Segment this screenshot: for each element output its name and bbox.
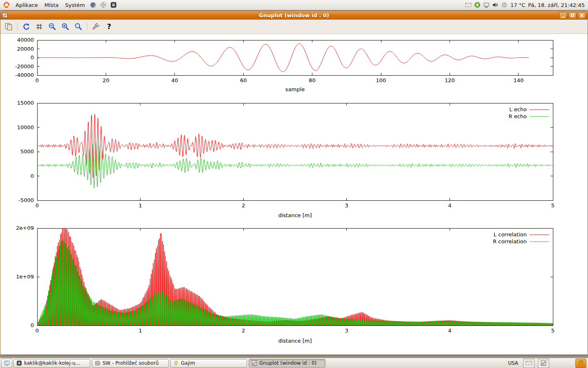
weather-icon[interactable] [501, 2, 508, 8]
svg-text:?: ? [107, 22, 111, 31]
gnuplot-toolbar: ? [0, 20, 588, 34]
minimize-button[interactable] [559, 12, 567, 19]
menu-aplikace[interactable]: Aplikace [12, 0, 41, 10]
legend-label: L echo [509, 106, 527, 112]
y-tick-label: -20000 [15, 63, 34, 70]
series-r-correlation [37, 240, 553, 325]
x-axis-label: distance [m] [278, 212, 312, 218]
gnuplot-icon [252, 360, 257, 366]
trash-applet-icon[interactable] [575, 359, 586, 368]
taskbar-button-1[interactable]: kaklik@kaklik-kolej-u... [13, 359, 90, 368]
taskbar-button-2[interactable]: SW - Prohlížeč souborů [92, 359, 169, 368]
copy-icon[interactable] [3, 21, 14, 32]
keyboard-layout-indicator[interactable]: USA [506, 359, 520, 367]
x-tick-label: 1 [138, 202, 142, 209]
taskbar-right-area: USA [506, 359, 587, 368]
close-icon [580, 13, 584, 18]
x-tick-label: 0 [36, 328, 39, 334]
taskbar-button-label: kaklik@kaklik-kolej-u... [24, 360, 80, 366]
y-tick-label: 2e+09 [16, 225, 34, 231]
menu-system[interactable]: Systém [62, 0, 88, 10]
y-tick-label: 1e+09 [16, 274, 34, 280]
window-title: Gnuplot (window id : 0) [0, 12, 588, 18]
y-tick-label: -5000 [18, 197, 34, 203]
panel-menu-area: AplikaceMístaSystém [1, 0, 119, 10]
minimize-icon [561, 17, 565, 18]
x-axis-label: sample [285, 86, 305, 92]
taskbar-button-label: Gnuplot (window id : 0) [259, 360, 316, 366]
config-icon[interactable] [90, 21, 102, 32]
window-list: kaklik@kaklik-kolej-u...SW - Prohlížeč s… [13, 359, 505, 368]
x-tick-label: 2 [242, 328, 245, 334]
plot-border [37, 103, 553, 200]
chart-2: 012345-5000050001000015000distance [m]L … [17, 100, 555, 218]
firefox-icon[interactable] [88, 0, 98, 10]
terminal-launcher-icon[interactable] [109, 0, 119, 10]
taskbar-button-3[interactable]: Gajim [170, 359, 247, 368]
y-tick-label: 0 [31, 322, 34, 328]
display-icon[interactable] [483, 2, 490, 8]
series-l-correlation [37, 228, 553, 325]
zoom-previous-icon[interactable] [47, 21, 58, 32]
legend-label: R echo [508, 113, 527, 119]
x-tick-label: 40 [172, 77, 178, 83]
desktop: AplikaceMístaSystém 17 °C Pá, 18. září, … [0, 0, 588, 368]
toolbar-separator [87, 22, 87, 31]
update-icon[interactable] [474, 2, 481, 8]
x-tick-label: 80 [309, 77, 316, 83]
y-tick-label: 40000 [17, 37, 34, 43]
x-tick-label: 5 [551, 328, 555, 334]
x-tick-label: 5 [551, 202, 555, 209]
clock[interactable]: Pá, 18. září, 21:42:45 [528, 2, 585, 8]
panel-tray-icons [465, 2, 508, 8]
menu-mista[interactable]: Místa [41, 0, 62, 10]
x-tick-label: 140 [513, 77, 523, 83]
x-tick-label: 100 [376, 77, 386, 83]
tray-mail-icon[interactable] [523, 359, 535, 368]
maximize-button[interactable] [568, 12, 577, 19]
file-manager-icon [95, 360, 100, 366]
chart-1: 020406080100120140-40000-200000200004000… [15, 37, 553, 92]
help-icon[interactable]: ? [103, 21, 115, 32]
x-tick-label: 4 [448, 202, 451, 209]
maximize-icon [571, 14, 574, 17]
legend-label: R correlation [493, 238, 527, 245]
x-tick-label: 3 [345, 202, 348, 209]
x-tick-label: 4 [448, 328, 451, 334]
autoscale-icon[interactable] [73, 21, 84, 32]
plots-svg: 020406080100120140-40000-200000200004000… [0, 34, 588, 355]
x-tick-label: 0 [36, 202, 39, 209]
mail-icon[interactable] [465, 2, 472, 8]
legend-label: L correlation [494, 231, 527, 238]
x-tick-label: 60 [240, 77, 247, 83]
plot-canvas[interactable]: 020406080100120140-40000-200000200004000… [0, 34, 588, 355]
grid-icon[interactable] [33, 21, 45, 32]
zoom-next-icon[interactable] [60, 21, 71, 32]
ubuntu-logo-icon[interactable] [1, 0, 12, 10]
y-tick-label: 20000 [17, 46, 34, 52]
series-r-echo [37, 143, 553, 188]
toolbar-separator [17, 22, 18, 31]
x-axis-label: distance [m] [278, 338, 312, 344]
window-icon [2, 13, 8, 18]
taskbar-button-label: SW - Prohlížeč souborů [102, 360, 159, 366]
volume-icon[interactable] [492, 2, 499, 8]
panel-status-area: 17 °C Pá, 18. září, 21:42:45 [465, 2, 587, 8]
window-titlebar[interactable]: Gnuplot (window id : 0) [0, 11, 588, 20]
close-button[interactable] [578, 12, 586, 19]
y-tick-label: 5000 [20, 148, 34, 155]
show-desktop-button[interactable] [1, 359, 12, 368]
series-chirp-pulse [37, 44, 529, 72]
window-controls [559, 12, 586, 19]
tray-gnuplot-icon[interactable] [538, 359, 549, 368]
replot-icon[interactable] [20, 21, 32, 32]
help-launcher-icon[interactable] [98, 0, 109, 10]
gnome-panel: AplikaceMístaSystém 17 °C Pá, 18. září, … [0, 0, 588, 10]
gnuplot-window: Gnuplot (window id : 0) ? 02040608010012… [0, 11, 588, 355]
weather-temperature[interactable]: 17 °C [510, 2, 525, 8]
x-tick-label: 3 [345, 328, 348, 334]
y-tick-label: 0 [31, 173, 34, 179]
taskbar-button-4[interactable]: Gnuplot (window id : 0) [249, 359, 325, 368]
x-tick-label: 20 [102, 77, 109, 83]
taskbar: kaklik@kaklik-kolej-u...SW - Prohlížeč s… [0, 358, 588, 368]
